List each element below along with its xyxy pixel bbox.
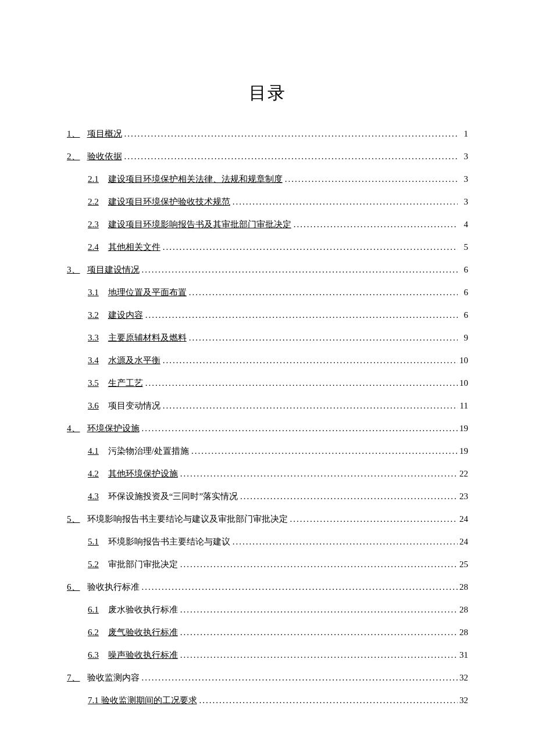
toc-leader-dots <box>238 485 458 508</box>
toc-entry-page: 4 <box>458 213 468 236</box>
toc-entry[interactable]: 3.3主要原辅材料及燃料9 <box>67 327 468 349</box>
toc-entry-text: 生产工艺 <box>108 372 143 395</box>
toc-entry[interactable]: 6.2废气验收执行标准28 <box>67 621 468 644</box>
toc-entry-number: 6、 <box>67 576 80 599</box>
toc-entry[interactable]: 4.3环保设施投资及“三同时”落实情况23 <box>67 485 468 508</box>
toc-entry-text: 噪声验收执行标准 <box>108 644 178 667</box>
toc-leader-dots <box>178 553 458 576</box>
toc-entry-number: 2.2 <box>88 191 99 213</box>
toc-entry-page: 31 <box>458 644 468 667</box>
toc-leader-dots <box>291 213 458 236</box>
toc-entry-number: 3.4 <box>88 349 99 372</box>
toc-entry-number: 6.1 <box>88 599 99 621</box>
toc-entry-number: 3、 <box>67 259 80 281</box>
toc-entry[interactable]: 6.3噪声验收执行标准31 <box>67 644 468 667</box>
toc-leader-dots <box>122 123 458 145</box>
toc-entry-text: 建设项目环境保护相关法律、法规和规章制度 <box>108 168 283 191</box>
toc-entry-text: 项目变动情况 <box>108 395 160 417</box>
toc-entry-page: 32 <box>458 667 468 689</box>
toc-entry[interactable]: 4.1污染物治理/处置措施19 <box>67 440 468 463</box>
toc-leader-dots <box>230 191 458 213</box>
toc-entry-page: 24 <box>458 531 468 553</box>
toc-entry-text: 项目建设情况 <box>87 259 140 281</box>
toc-leader-dots <box>178 644 458 667</box>
toc-entry-text: 验收执行标准 <box>87 576 140 599</box>
toc-entry-page: 1 <box>458 123 468 145</box>
toc-entry-page: 22 <box>458 463 468 485</box>
toc-entry-text: 项目概况 <box>87 123 122 145</box>
toc-entry-number: 3.2 <box>88 304 99 327</box>
toc-entry-text: 其他相关文件 <box>108 236 160 259</box>
toc-entry[interactable]: 3.5生产工艺10 <box>67 372 468 395</box>
toc-entry-number: 2.1 <box>88 168 99 191</box>
toc-leader-dots <box>160 236 458 259</box>
toc-entry[interactable]: 7、验收监测内容32 <box>67 667 468 689</box>
toc-entry[interactable]: 3.4水源及水平衡10 <box>67 349 468 372</box>
toc-title: 目录 <box>67 81 468 105</box>
toc-entry-text: 污染物治理/处置措施 <box>108 440 189 463</box>
toc-leader-dots <box>178 599 458 621</box>
toc-entry-text: 水源及水平衡 <box>108 349 160 372</box>
toc-entry-number: 5、 <box>67 508 80 531</box>
toc-entry[interactable]: 2.1建设项目环境保护相关法律、法规和规章制度3 <box>67 168 468 191</box>
toc-entry[interactable]: 4、环境保护设施19 <box>67 417 468 440</box>
toc-entry-number: 6.3 <box>88 644 99 667</box>
toc-entry[interactable]: 7.1 验收监测期间的工况要求32 <box>67 689 468 712</box>
toc-leader-dots <box>283 168 458 191</box>
toc-entry[interactable]: 5、环境影响报告书主要结论与建议及审批部门审批决定24 <box>67 508 468 531</box>
toc-entry-number: 3.3 <box>88 327 99 349</box>
toc-leader-dots <box>187 281 458 304</box>
toc-entry[interactable]: 3.6项目变动情况11 <box>67 395 468 417</box>
toc-entry[interactable]: 2、验收依据3 <box>67 145 468 168</box>
toc-entry-number: 2.4 <box>88 236 99 259</box>
toc-leader-dots <box>143 304 458 327</box>
toc-entry[interactable]: 3、项目建设情况6 <box>67 259 468 281</box>
toc-entry-number: 5.2 <box>88 553 99 576</box>
toc-entry-page: 28 <box>458 576 468 599</box>
toc-entry[interactable]: 6.1废水验收执行标准28 <box>67 599 468 621</box>
toc-entry-page: 25 <box>458 553 468 576</box>
toc-entry-page: 19 <box>458 440 468 463</box>
toc-entry[interactable]: 1、项目概况1 <box>67 123 468 145</box>
toc-entry-text: 废气验收执行标准 <box>108 621 178 644</box>
toc-entry-number: 3.5 <box>88 372 99 395</box>
toc-entry-number: 4.2 <box>88 463 99 485</box>
toc-entry-page: 9 <box>458 327 468 349</box>
toc-leader-dots <box>178 621 458 644</box>
toc-entry-number: 4.3 <box>88 485 99 508</box>
toc-entry-text: 其他环境保护设施 <box>108 463 178 485</box>
toc-entry[interactable]: 2.2建设项目环境保护验收技术规范3 <box>67 191 468 213</box>
toc-entry-number: 4.1 <box>88 440 99 463</box>
toc-entry-page: 3 <box>458 191 468 213</box>
toc-leader-dots <box>197 689 458 712</box>
toc-leader-dots <box>178 463 458 485</box>
toc-entry[interactable]: 3.2建设内容6 <box>67 304 468 327</box>
toc-leader-dots <box>160 349 458 372</box>
toc-entry-text: 7.1 验收监测期间的工况要求 <box>88 689 197 712</box>
toc-entry-text: 废水验收执行标准 <box>108 599 178 621</box>
toc-entry-page: 6 <box>458 259 468 281</box>
toc-entry-page: 6 <box>458 304 468 327</box>
toc-entry-page: 6 <box>458 281 468 304</box>
toc-entry[interactable]: 4.2其他环境保护设施22 <box>67 463 468 485</box>
toc-leader-dots <box>189 440 458 463</box>
toc-entry[interactable]: 2.4其他相关文件5 <box>67 236 468 259</box>
toc-entry-text: 验收监测内容 <box>87 667 140 689</box>
toc-entry[interactable]: 2.3建设项目环境影响报告书及其审批部门审批决定4 <box>67 213 468 236</box>
toc-entry-page: 24 <box>458 508 468 531</box>
toc-leader-dots <box>122 145 458 168</box>
toc-leader-dots <box>140 259 458 281</box>
toc-entry-page: 3 <box>458 168 468 191</box>
toc-entry-text: 建设项目环境影响报告书及其审批部门审批决定 <box>108 213 291 236</box>
toc-entry-number: 7、 <box>67 667 80 689</box>
toc-entry-number: 3.1 <box>88 281 99 304</box>
toc-entry-page: 3 <box>458 145 468 168</box>
toc-leader-dots <box>160 395 458 417</box>
toc-entry[interactable]: 5.2审批部门审批决定25 <box>67 553 468 576</box>
toc-entry-number: 4、 <box>67 417 80 440</box>
toc-entry[interactable]: 6、验收执行标准28 <box>67 576 468 599</box>
toc-entry[interactable]: 3.1地理位置及平面布置6 <box>67 281 468 304</box>
toc-entry-text: 验收依据 <box>87 145 122 168</box>
toc-entry[interactable]: 5.1环境影响报告书主要结论与建议24 <box>67 531 468 553</box>
toc-entry-page: 28 <box>458 599 468 621</box>
